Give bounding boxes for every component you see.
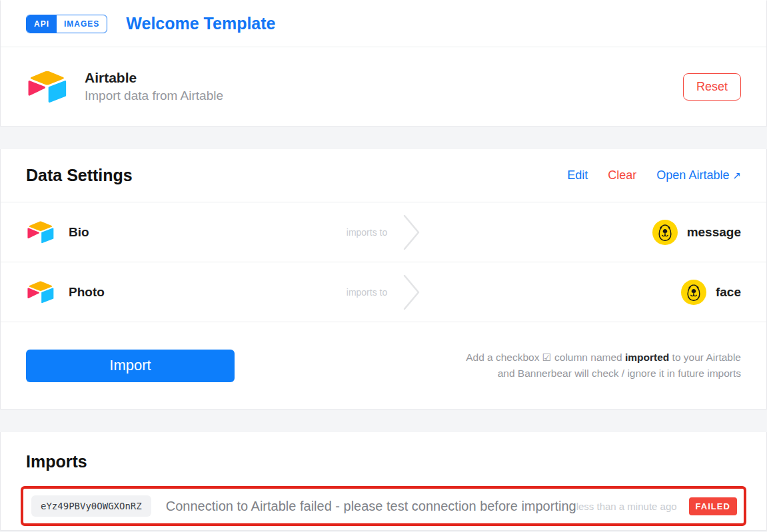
imports-to-label: imports to [347, 287, 387, 298]
data-settings-actions: Edit Clear Open Airtable↗ [567, 168, 741, 182]
note-text-line2: and Bannerbear will check / ignore it in… [498, 368, 741, 379]
integration-text: Airtable Import data from Airtable [85, 69, 223, 105]
target-field-name: face [716, 285, 741, 300]
chevron-right-icon [403, 214, 420, 250]
note-text: Add a checkbox [466, 352, 542, 363]
open-airtable-link[interactable]: Open Airtable↗ [656, 168, 741, 182]
import-id-badge: eYz49PBVy0OWGXOnRZ [31, 495, 151, 517]
reset-button[interactable]: Reset [683, 73, 741, 101]
target-field: face [681, 280, 741, 305]
airtable-logo-icon [26, 69, 69, 105]
checkbox-glyph-icon: ☑ [542, 352, 552, 363]
import-entry-row[interactable]: eYz49PBVy0OWGXOnRZ Connection to Airtabl… [21, 486, 746, 526]
imports-to-indicator: imports to [1, 262, 766, 322]
integration-description: Import data from Airtable [85, 87, 223, 105]
status-badge: FAILED [689, 497, 737, 515]
data-settings-card: Data Settings Edit Clear Open Airtable↗ … [0, 149, 767, 409]
bannerbear-icon [652, 220, 678, 245]
data-settings-header: Data Settings Edit Clear Open Airtable↗ [1, 149, 766, 202]
import-note: Add a checkbox ☑ column named imported t… [466, 350, 741, 382]
imports-header: Imports [1, 432, 766, 486]
toggle-images[interactable]: IMAGES [57, 15, 107, 33]
clear-link[interactable]: Clear [608, 168, 636, 182]
import-entry-meta: less than a minute ago FAILED [576, 497, 737, 515]
template-card: API IMAGES Welcome Template Airtable Imp… [0, 0, 767, 127]
imports-to-label: imports to [347, 227, 387, 238]
imports-to-indicator: imports to [1, 202, 766, 262]
edit-link[interactable]: Edit [567, 168, 588, 182]
mapping-row-bio[interactable]: Bio imports to message [1, 202, 766, 262]
template-header: API IMAGES Welcome Template [1, 1, 766, 47]
import-button[interactable]: Import [26, 350, 235, 382]
source-field-name: Bio [69, 225, 89, 240]
external-link-icon: ↗ [732, 170, 741, 181]
note-text: column named [552, 352, 625, 363]
open-airtable-label: Open Airtable [656, 168, 729, 182]
airtable-field-icon [26, 220, 55, 245]
import-area: Import Add a checkbox ☑ column named imp… [1, 322, 766, 409]
page-title: Welcome Template [126, 14, 275, 33]
import-timestamp: less than a minute ago [576, 501, 677, 512]
note-text: to your Airtable [669, 352, 741, 363]
imports-title: Imports [26, 452, 741, 471]
integration-name: Airtable [85, 69, 223, 87]
import-error-message: Connection to Airtable failed - please t… [166, 499, 576, 514]
mapping-row-photo[interactable]: Photo imports to face [1, 262, 766, 322]
source-field-name: Photo [69, 285, 105, 300]
data-settings-title: Data Settings [26, 166, 133, 185]
target-field: message [652, 220, 741, 245]
bannerbear-icon [681, 280, 706, 305]
target-field-name: message [687, 225, 741, 240]
chevron-right-icon [403, 274, 420, 310]
airtable-integration-row: Airtable Import data from Airtable Reset [1, 47, 766, 126]
note-imported-keyword: imported [625, 352, 669, 363]
api-images-toggle[interactable]: API IMAGES [26, 15, 107, 33]
imports-card: Imports eYz49PBVy0OWGXOnRZ Connection to… [0, 432, 767, 531]
airtable-field-icon [26, 280, 55, 305]
toggle-api[interactable]: API [27, 15, 57, 33]
